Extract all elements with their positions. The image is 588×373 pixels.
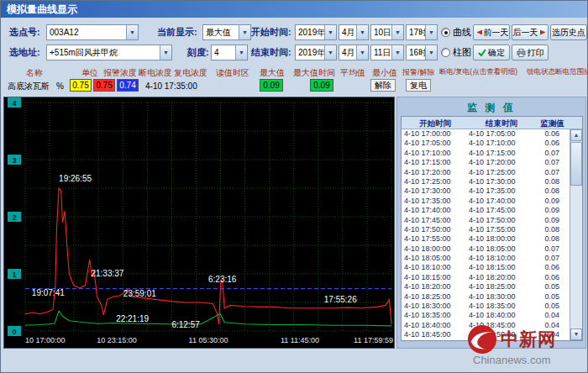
table-row[interactable]: 4-10 17:15:004-10 17:20:000.07 — [402, 158, 570, 167]
curve-radio[interactable]: 曲线 — [441, 24, 471, 40]
display-mode-label: 当前显示: — [157, 24, 197, 40]
table-row[interactable]: 4-10 17:45:004-10 17:50:000.09 — [402, 216, 570, 225]
svg-text:11 11:45:00: 11 11:45:00 — [281, 336, 319, 344]
table-row[interactable]: 4-10 17:55:004-10 18:00:000.08 — [402, 234, 570, 244]
start-time-label: 开始时间: — [251, 24, 291, 40]
legend-header-feed-status: 馈电状态断电范围描述 — [527, 67, 588, 77]
chevron-down-icon[interactable]: ▼ — [425, 25, 437, 39]
chevron-down-icon[interactable]: ▼ — [324, 25, 336, 39]
svg-text:11 17:59:59: 11 17:59:59 — [354, 336, 393, 344]
svg-text:11 05:30:00: 11 05:30:00 — [189, 336, 228, 344]
avg-value-box: 0.09 — [310, 79, 333, 92]
scale-label: 刻度: — [187, 45, 209, 60]
chevron-down-icon[interactable]: ▼ — [391, 45, 403, 60]
max-value-box: 0.09 — [260, 79, 283, 92]
end-hour-combo[interactable]: 16时 ▼ — [406, 45, 438, 60]
legend-bar: 名称 单位 报警浓度 断电浓度 复电浓度 读值时区 最大值 最大值时间 平均值 … — [1, 65, 588, 97]
prev-day-button[interactable]: 前一天 — [473, 24, 510, 40]
legend-header-alarm-conc: 报警浓度 — [103, 67, 137, 79]
table-row[interactable]: 4-10 18:15:004-10 18:20:000.06 — [402, 273, 570, 282]
svg-text:0: 0 — [12, 328, 16, 336]
table-row[interactable]: 4-10 17:20:004-10 17:25:000.07 — [402, 168, 570, 177]
svg-text:10 17:00:00: 10 17:00:00 — [25, 336, 66, 344]
table-row[interactable]: 4-10 17:05:004-10 17:10:000.06 — [402, 139, 570, 148]
point-select-combo[interactable]: 003A12 ▼ — [46, 24, 139, 40]
svg-text:3: 3 — [12, 156, 16, 165]
end-time-label: 结束时间: — [251, 45, 291, 60]
chevron-down-icon[interactable]: ▼ — [324, 45, 336, 60]
point-label: 选点号: — [9, 24, 40, 40]
chevron-down-icon[interactable]: ▼ — [356, 25, 368, 39]
svg-text:2: 2 — [12, 213, 16, 222]
table-row[interactable]: 4-10 17:30:004-10 17:35:000.08 — [402, 186, 570, 196]
svg-text:10 23:15:00: 10 23:15:00 — [97, 336, 137, 344]
scrollbar-thumb[interactable] — [570, 142, 582, 186]
legend-header-max: 最大值 — [260, 67, 285, 79]
titlebar: 模拟量曲线显示 — [1, 1, 588, 18]
start-hour-combo[interactable]: 17时 ▼ — [406, 24, 438, 40]
svg-text:23:59:01: 23:59:01 — [123, 289, 156, 298]
monitor-rows: 4-10 17:00:004-10 17:05:000.064-10 17:05… — [402, 129, 570, 340]
display-mode-combo[interactable]: 最大值 ▼ — [202, 24, 251, 40]
read-time-value: 4-10 17:35:00 — [145, 80, 197, 92]
svg-text:19:26:55: 19:26:55 — [59, 174, 92, 183]
col-monitor-value: 监测值 — [534, 117, 570, 129]
legend-header-restore-conc: 复电浓度 — [174, 67, 207, 79]
chevron-down-icon[interactable]: ▼ — [239, 25, 250, 39]
svg-text:17:55:26: 17:55:26 — [324, 295, 357, 304]
scroll-up-icon[interactable]: ▲ — [570, 129, 582, 141]
legend-header-power-detail-link[interactable]: 断电/复电(点击查看明细) — [439, 67, 517, 77]
chevron-down-icon[interactable]: ▼ — [160, 45, 171, 60]
address-label: 选地址: — [9, 45, 40, 60]
start-year-combo[interactable]: 2019年 ▼ — [295, 24, 337, 40]
table-row[interactable]: 4-10 17:00:004-10 17:05:000.06 — [402, 129, 570, 139]
legend-header-alarm-release: 报警/解除 — [402, 67, 435, 78]
table-row[interactable]: 4-10 18:30:004-10 18:35:000.05 — [402, 302, 570, 311]
print-button[interactable]: 打印 — [512, 45, 549, 60]
arrow-left-icon — [475, 29, 482, 36]
bar-radio[interactable]: 柱图 — [441, 45, 471, 60]
legend-header-read-period: 读值时区 — [216, 67, 249, 79]
table-row[interactable]: 4-10 18:35:004-10 18:40:000.04 — [402, 311, 570, 320]
address-combo[interactable]: +515m回风井甲烷 ▼ — [46, 45, 172, 60]
history-point-button[interactable]: 选历史点 — [550, 24, 587, 40]
table-row[interactable]: 4-10 18:10:004-10 18:15:000.06 — [402, 263, 570, 272]
table-row[interactable]: 4-10 17:25:004-10 17:30:000.08 — [402, 177, 570, 186]
chinanews-logo-icon — [466, 323, 498, 355]
chevron-down-icon[interactable]: ▼ — [391, 25, 403, 39]
window-title: 模拟量曲线显示 — [7, 3, 77, 15]
svg-text:22:21:19: 22:21:19 — [116, 314, 149, 323]
trend-chart: 0123410 17:00:0010 23:15:0011 05:30:0011… — [3, 97, 395, 349]
alarm-conc-value: 0.75 — [70, 79, 92, 92]
legend-header-cutoff-conc: 断电浓度 — [139, 67, 172, 79]
ok-button[interactable]: 确定 — [473, 45, 510, 60]
scale-combo[interactable]: 4 ▼ — [211, 45, 248, 60]
table-row[interactable]: 4-10 18:25:004-10 18:30:000.05 — [402, 292, 570, 302]
table-row[interactable]: 4-10 18:00:004-10 18:05:000.07 — [402, 244, 570, 254]
end-year-combo[interactable]: 2019年 ▼ — [295, 45, 337, 60]
svg-text:19:07:41: 19:07:41 — [32, 288, 65, 297]
table-row[interactable]: 4-10 17:35:004-10 17:40:000.09 — [402, 197, 570, 206]
chevron-down-icon[interactable]: ▼ — [126, 25, 138, 39]
start-day-combo[interactable]: 10日 ▼ — [370, 24, 404, 40]
end-day-combo[interactable]: 11日 ▼ — [370, 45, 404, 60]
table-row[interactable]: 4-10 17:10:004-10 17:15:000.07 — [402, 149, 570, 158]
monitor-scrollbar[interactable]: ▲ ▼ — [570, 129, 582, 340]
start-month-combo[interactable]: 4月 ▼ — [339, 24, 369, 40]
col-start-time: 开始时间 — [402, 117, 469, 129]
chevron-down-icon[interactable]: ▼ — [425, 45, 437, 60]
end-month-combo[interactable]: 4月 ▼ — [339, 45, 369, 60]
table-row[interactable]: 4-10 18:05:004-10 18:10:000.07 — [402, 254, 570, 263]
check-icon — [478, 49, 486, 56]
table-row[interactable]: 4-10 17:50:004-10 17:55:000.08 — [402, 225, 570, 234]
next-day-button[interactable]: 后一天 — [512, 24, 549, 40]
sensor-name: 高底浓瓦斯 — [8, 80, 50, 92]
legend-header-max-time: 最大值时间 — [293, 67, 335, 79]
table-row[interactable]: 4-10 18:20:004-10 18:25:000.05 — [402, 282, 570, 292]
chevron-down-icon[interactable]: ▼ — [235, 45, 247, 60]
watermark: 中新网 Chinanews.com — [466, 323, 588, 366]
svg-text:21:33:37: 21:33:37 — [91, 269, 123, 278]
svg-text:6:12:57: 6:12:57 — [171, 320, 200, 329]
chevron-down-icon[interactable]: ▼ — [356, 45, 368, 60]
table-row[interactable]: 4-10 17:40:004-10 17:45:000.09 — [402, 206, 570, 215]
